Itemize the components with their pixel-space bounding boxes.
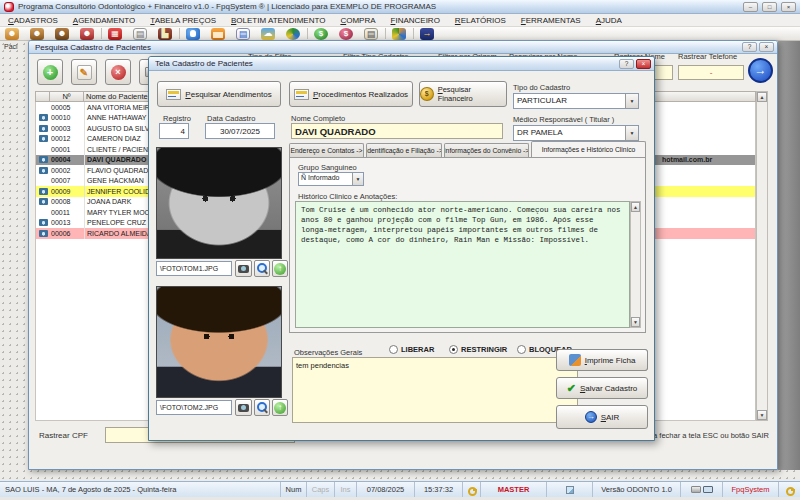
procedimentos-realizados-button[interactable]: Procedimentos Realizados (289, 81, 413, 107)
magnifier-icon (257, 263, 268, 274)
grid-scrollbar[interactable]: ▲ ▼ (756, 91, 768, 421)
tab-convenio[interactable]: Informações do Convênio -> (444, 143, 529, 157)
sair-button[interactable]: →SAIR (556, 405, 648, 429)
data-cadastro-field[interactable]: 30/07/2025 (205, 123, 275, 139)
chevron-down-icon[interactable]: ▼ (352, 173, 363, 185)
photo1-path-field[interactable]: \FOTO\TOM1.JPG (156, 261, 232, 276)
chevron-down-icon[interactable]: ▼ (625, 126, 638, 140)
receipt-icon[interactable]: ▤ (236, 28, 250, 40)
add-patient-button[interactable]: + (37, 59, 63, 85)
charts-icon[interactable] (392, 28, 406, 40)
news-icon[interactable]: ▤ (364, 28, 378, 40)
restore-button[interactable]: □ (762, 2, 777, 12)
observacoes-label: Observações Gerais (294, 348, 362, 357)
historico-textarea[interactable]: Tom Cruise é um conhecido ator norte-ame… (295, 201, 630, 328)
menu-ajuda[interactable]: AJUDA (596, 16, 622, 25)
historico-label: Histórico Clinico e Anotações: (298, 192, 397, 201)
cloud-icon[interactable]: ☁ (261, 28, 275, 40)
camera-icon (39, 125, 48, 132)
tooth-icon[interactable] (186, 28, 200, 40)
scroll-down-icon[interactable]: ▼ (757, 410, 767, 420)
tab-endereco[interactable]: Endereço e Contatos -> (289, 143, 364, 157)
toolbar-separator (413, 28, 414, 39)
medico-responsavel-label: Médico Responsável ( Titular ) (513, 115, 614, 124)
nome-completo-field[interactable]: DAVI QUADRADO (291, 123, 503, 139)
pesquisar-financeiro-button[interactable]: $Pesquisar Financeiro (419, 81, 507, 107)
chevron-down-icon[interactable]: ▼ (625, 94, 638, 108)
menu-financeiro[interactable]: FINANCEIRO (391, 16, 440, 25)
grid-header-photo[interactable] (35, 91, 50, 102)
pesquisar-financeiro-label: Pesquisar Financeiro (438, 85, 506, 103)
tipo-cadastro-label: Tipo do Cadastro (513, 83, 570, 92)
medico-responsavel-select[interactable]: DR PAMELA▼ (513, 125, 639, 141)
tab-historico-clinico[interactable]: Informações e Histórico Clinico (531, 141, 646, 157)
menu-tabela-precos[interactable]: TABELA PREÇOS (150, 16, 216, 25)
camera-icon (39, 114, 48, 121)
grupo-sanguineo-select[interactable]: Ñ Informado▼ (298, 172, 364, 186)
rastrear-telefone-input[interactable]: - (678, 65, 744, 80)
nome-completo-label: Nome Completo (291, 114, 345, 123)
photo2-load-button[interactable]: ↑ (272, 399, 288, 416)
photo1-zoom-button[interactable] (254, 260, 270, 277)
tipo-cadastro-select[interactable]: PARTICULAR▼ (513, 93, 639, 109)
scroll-up-icon[interactable]: ▲ (757, 92, 767, 102)
menu-relatorios[interactable]: RELATÓRIOS (455, 16, 506, 25)
photo2-zoom-button[interactable] (254, 399, 270, 416)
tab-strip: Endereço e Contatos -> Identificação e F… (289, 141, 646, 157)
salvar-cadastro-button[interactable]: ✔Salvar Cadastro (556, 377, 648, 399)
professionals-icon[interactable]: ☻ (55, 28, 69, 40)
patient-icon[interactable]: ☻ (5, 28, 19, 40)
menu-agendamento[interactable]: AGENDAMENTO (73, 16, 136, 25)
camera-icon (39, 219, 48, 226)
couple-icon[interactable]: ☻ (80, 28, 94, 40)
dialog-close-icon[interactable]: × (636, 59, 651, 69)
menu-boletim-atendimento[interactable]: BOLETIM ATENDIMENTO (231, 16, 325, 25)
edit-patient-button[interactable]: ✎ (71, 59, 97, 85)
toolbar-separator (179, 28, 180, 39)
close-button[interactable]: × (781, 2, 796, 12)
radio-liberar[interactable]: LIBERAR (389, 345, 434, 354)
patients-group-icon[interactable]: ☻ (30, 28, 44, 40)
money-out-icon[interactable]: $ (339, 28, 353, 40)
photo2-capture-button[interactable] (235, 399, 252, 416)
calendar-icon[interactable]: ▦ (108, 28, 122, 40)
close-icon[interactable]: × (759, 42, 774, 52)
dental-chair-icon[interactable]: ▙ (158, 28, 172, 40)
scroll-up-icon[interactable]: ▲ (631, 202, 640, 212)
budget-icon[interactable] (211, 28, 225, 40)
radio-restringir[interactable]: RESTRINGIR (449, 345, 507, 354)
historico-scrollbar[interactable]: ▲ ▼ (630, 201, 641, 328)
dialog-titlebar[interactable]: Tela Cadastro de Pacientes ? × (149, 57, 654, 71)
salvar-cadastro-label: Salvar Cadastro (580, 384, 637, 393)
photo1-load-button[interactable]: ↑ (272, 260, 288, 277)
photo2-path-field[interactable]: \FOTO\TOM2.JPG (156, 400, 232, 415)
dialog-help-icon[interactable]: ? (619, 59, 634, 69)
grupo-sanguineo-value: Ñ Informado (299, 173, 352, 185)
minimize-button[interactable]: – (743, 2, 758, 12)
document-icon[interactable]: ▤ (133, 28, 147, 40)
tab-identificacao[interactable]: Identificação e Filiação -> (366, 143, 442, 157)
coin-icon: $ (420, 87, 434, 101)
photo1-capture-button[interactable] (235, 260, 252, 277)
radio-icon[interactable] (517, 345, 526, 354)
menu-compra[interactable]: COMPRA (340, 16, 375, 25)
imprime-ficha-button[interactable]: Imprime Ficha (556, 349, 648, 371)
camera-icon (39, 198, 48, 205)
radio-selected-icon[interactable] (449, 345, 458, 354)
observacoes-textarea[interactable]: tem pendencias (292, 357, 578, 423)
menu-cadastros[interactable]: CADASTROS (8, 16, 58, 25)
radio-icon[interactable] (389, 345, 398, 354)
globe-icon[interactable] (286, 28, 300, 40)
menu-ferramentas[interactable]: FERRAMENTAS (521, 16, 581, 25)
pesquisar-atendimentos-button[interactable]: Pesquisar Atendimentos (157, 81, 281, 107)
exit-icon[interactable]: → (420, 28, 434, 40)
search-arrow-button[interactable]: → (748, 58, 773, 83)
money-in-icon[interactable]: $ (314, 28, 328, 40)
registro-field[interactable]: 4 (159, 123, 189, 139)
status-user: MASTER (480, 482, 546, 497)
grid-header-num[interactable]: Nº (50, 91, 84, 102)
help-icon[interactable]: ? (742, 42, 757, 52)
delete-patient-button[interactable]: × (105, 59, 131, 85)
key-icon (778, 482, 800, 497)
scroll-down-icon[interactable]: ▼ (631, 317, 640, 327)
